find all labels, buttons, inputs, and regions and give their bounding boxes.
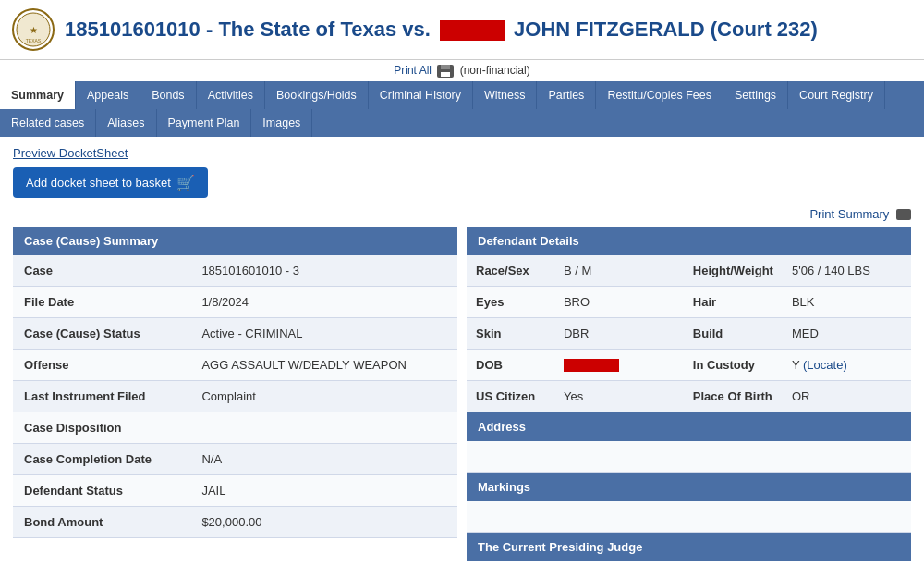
race-sex-value: B / M [554,255,684,287]
table-row: Case Disposition [13,412,457,443]
tables-row: Case (Cause) Summary Case 185101601010 -… [13,227,911,562]
print-all-icon [437,65,454,78]
basket-btn-label: Add docket sheet to basket [26,176,171,190]
us-citizen-label: US Citizen [467,381,554,412]
preview-docketsheet-link[interactable]: Preview DocketSheet [13,146,128,160]
table-row: Skin DBR Build MED [467,317,911,349]
print-summary-bar: Print Summary [13,207,911,221]
case-title-part1: 185101601010 - The State of Texas vs. [65,18,431,41]
eyes-label: Eyes [467,286,554,317]
print-summary-link[interactable]: Print Summary [809,207,911,221]
tab-activities[interactable]: Activities [197,81,265,109]
add-to-basket-button[interactable]: Add docket sheet to basket 🛒 [13,167,208,198]
defendant-details-header: Defendant Details [467,227,911,255]
hair-value: BLK [783,286,911,317]
defendant-details-table: Race/Sex B / M Height/Weight 5'06 / 140 … [467,255,911,413]
print-all-note: (non-financial) [460,64,530,77]
tab-aliases[interactable]: Aliases [96,109,156,137]
offense-label: Offense [13,349,190,380]
table-row: Offense AGG ASSAULT W/DEADLY WEAPON [13,349,457,380]
tab-related-cases[interactable]: Related cases [0,109,96,137]
case-status-value: Active - CRIMINAL [190,317,457,349]
defendant-status-value: JAIL [190,474,457,506]
file-date-value: 1/8/2024 [190,286,457,317]
tab-bonds[interactable]: Bonds [140,81,196,109]
table-row: File Date 1/8/2024 [13,286,457,317]
tab-criminal-history[interactable]: Criminal History [369,81,473,109]
completion-date-value: N/A [190,443,457,474]
hair-label: Hair [684,286,783,317]
cart-icon: 🛒 [176,174,195,191]
defendant-name-redacted [440,20,505,41]
bond-amount-value: $20,000.00 [190,506,457,537]
presiding-judge-header: The Current Presiding Judge [467,533,911,561]
case-value: 185101601010 - 3 [190,255,457,287]
bond-amount-label: Bond Amount [13,506,190,537]
race-sex-label: Race/Sex [467,255,554,287]
dob-value [554,349,684,381]
dob-label: DOB [467,349,554,381]
table-row: Case Completion Date N/A [13,443,457,474]
table-row: Case 185101601010 - 3 [13,255,457,287]
svg-text:TEXAS: TEXAS [26,38,42,43]
tab-appeals[interactable]: Appeals [76,81,140,109]
dob-redacted [564,359,619,372]
locate-label: Locate [807,358,843,372]
skin-value: DBR [554,317,684,349]
tab-parties[interactable]: Parties [537,81,596,109]
address-header: Address [467,412,911,441]
svg-rect-5 [441,65,450,69]
last-instrument-label: Last Instrument Filed [13,380,190,412]
navigation-tabs: Summary Appeals Bonds Activities Booking… [0,81,924,137]
skin-label: Skin [467,317,554,349]
build-label: Build [684,317,783,349]
case-summary-table: Case 185101601010 - 3 File Date 1/8/2024… [13,255,457,538]
tab-court-registry[interactable]: Court Registry [788,81,885,109]
print-all-bar: Print All (non-financial) [0,60,924,81]
case-disposition-label: Case Disposition [13,412,190,443]
markings-value [467,501,911,533]
tab-summary[interactable]: Summary [0,81,76,109]
tab-restitution[interactable]: Restitu/Copies Fees [596,81,723,109]
in-custody-y: Y [792,358,799,372]
defendant-status-label: Defendant Status [13,474,190,506]
print-all-label: Print All [394,64,432,77]
svg-rect-6 [441,72,450,77]
tab-settings[interactable]: Settings [723,81,788,109]
main-content: Preview DocketSheet Add docket sheet to … [0,137,924,572]
case-summary-section: Case (Cause) Summary Case 185101601010 -… [13,227,457,562]
svg-text:★: ★ [30,25,38,35]
last-instrument-value: Complaint [190,380,457,412]
eyes-value: BRO [554,286,684,317]
print-summary-icon [896,209,911,220]
table-row: Race/Sex B / M Height/Weight 5'06 / 140 … [467,255,911,287]
markings-header: Markings [467,473,911,501]
file-date-label: File Date [13,286,190,317]
address-value [467,441,911,473]
defendant-name: JOHN FITZGERALD (Court 232) [514,18,818,41]
tab-bookings[interactable]: Bookings/Holds [265,81,369,109]
table-row: Case (Cause) Status Active - CRIMINAL [13,317,457,349]
table-row: US Citizen Yes Place Of Birth OR [467,381,911,412]
table-row: Bond Amount $20,000.00 [13,506,457,537]
us-citizen-value: Yes [554,381,684,412]
tab-witness[interactable]: Witness [473,81,537,109]
height-weight-label: Height/Weight [684,255,783,287]
case-summary-header: Case (Cause) Summary [13,227,457,255]
case-title: 185101601010 - The State of Texas vs. JO… [65,18,818,42]
place-of-birth-value: OR [783,381,911,412]
defendant-details-section: Defendant Details Race/Sex B / M Height/… [467,227,911,562]
page-header: ★ TEXAS 185101601010 - The State of Texa… [0,0,924,60]
case-disposition-value [190,412,457,443]
build-value: MED [783,317,911,349]
tab-images[interactable]: Images [251,109,312,137]
tab-payment-plan[interactable]: Payment Plan [157,109,252,137]
completion-date-label: Case Completion Date [13,443,190,474]
in-custody-value: Y (Locate) [783,349,911,381]
print-summary-label: Print Summary [809,207,889,221]
locate-link[interactable]: (Locate) [803,358,847,372]
height-weight-value: 5'06 / 140 LBS [783,255,911,287]
table-row: Eyes BRO Hair BLK [467,286,911,317]
print-all-link[interactable]: Print All [394,64,434,77]
table-row: Defendant Status JAIL [13,474,457,506]
